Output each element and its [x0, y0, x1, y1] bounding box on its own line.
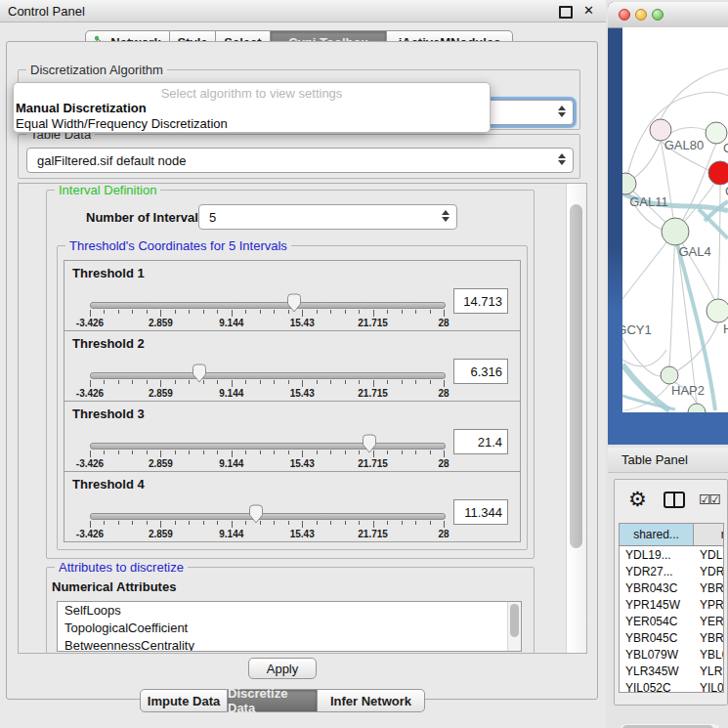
settings-scrollbar-thumb[interactable] — [570, 204, 582, 548]
float-window-icon[interactable] — [559, 6, 573, 19]
list-item-betweennesscentrality[interactable]: BetweennessCentrality — [58, 637, 521, 652]
threshold-value-field[interactable]: 14.713 — [453, 288, 508, 314]
thresholds-group-label: Threshold's Coordinates for 5 Intervals — [65, 238, 291, 253]
table-cell: YIL0 — [694, 681, 724, 694]
split-columns-icon[interactable] — [664, 492, 685, 508]
node-label-g: G — [723, 141, 728, 155]
slider-tick — [415, 380, 416, 384]
table-row[interactable]: YBL079WYBL0 — [620, 646, 723, 663]
slider-tick — [203, 521, 204, 525]
slider-tick — [132, 310, 133, 314]
threshold-value-field[interactable]: 11.344 — [453, 499, 508, 525]
slider-scale-label: -3.426 — [76, 318, 104, 328]
algorithm-dropdown-popup: Select algorithm to view settings Manual… — [13, 82, 491, 133]
close-traffic-light[interactable] — [619, 9, 630, 21]
table-row[interactable]: YDR27...YDR2 — [620, 563, 723, 579]
slider-scale-label: 15.43 — [290, 529, 315, 539]
network-node-h-node[interactable] — [707, 299, 728, 322]
bottom-tab-infer-network[interactable]: Infer Network — [318, 689, 425, 712]
column-header-na[interactable]: na — [694, 524, 724, 545]
table-cell: YDL1 — [694, 548, 724, 562]
slider-tick — [245, 521, 246, 525]
slider-scale-label: 15.43 — [290, 318, 315, 328]
slider-tick — [359, 310, 360, 314]
slider-tick — [217, 310, 218, 314]
slider-tick — [90, 521, 91, 528]
slider-tick — [444, 380, 445, 387]
table-panel-titlebar: Table Panel — [608, 448, 728, 473]
settings-scrollbar[interactable] — [566, 184, 586, 653]
slider-tick — [245, 380, 246, 384]
bottom-tab-bar: Impute DataDiscretize DataInfer Network — [140, 689, 425, 712]
bottom-tab-discretize-data[interactable]: Discretize Data — [228, 689, 318, 712]
slider-thumb[interactable] — [362, 434, 377, 453]
gear-icon[interactable]: ⚙ — [628, 488, 647, 511]
table-row[interactable]: YLR345WYLR3 — [620, 663, 723, 679]
table-row[interactable]: YBR045CYBR0 — [620, 629, 723, 646]
table-panel-toolbar: ⚙ ☑☑ — [615, 480, 727, 521]
slider-thumb[interactable] — [248, 504, 264, 524]
slider-tick — [260, 450, 261, 454]
threshold-value-field[interactable]: 21.4 — [453, 429, 508, 454]
interval-definition-label: Interval Definition — [55, 183, 160, 197]
slider-tick — [302, 521, 303, 528]
slider-tick — [160, 521, 161, 528]
slider-track[interactable] — [90, 372, 446, 379]
network-edge — [676, 322, 718, 371]
slider-tick — [189, 521, 190, 525]
table-data-combobox[interactable]: galFiltered.sif default node — [26, 148, 574, 173]
checkbox-icons[interactable]: ☑☑ — [699, 492, 719, 507]
bottom-tab-label: Discretize Data — [228, 686, 317, 715]
slider-scale-label: 21.715 — [358, 318, 388, 328]
threshold-value-field[interactable]: 6.316 — [453, 359, 508, 384]
network-canvas[interactable]: GAL80GAL11GAL4GCY1HAP2GCH — [622, 27, 728, 412]
network-node-hap2-node[interactable] — [661, 366, 678, 384]
zoom-traffic-light[interactable] — [652, 9, 664, 21]
slider-tick — [330, 380, 331, 384]
table-row[interactable]: YIL052CYIL0 — [620, 679, 723, 693]
numerical-attributes-list[interactable]: SelfLoopsTopologicalCoefficientBetweenne… — [57, 601, 522, 652]
bottom-tab-impute-data[interactable]: Impute Data — [140, 689, 228, 712]
threshold-label: Threshold 1 — [72, 266, 145, 280]
node-table[interactable]: shared...na YDL19...YDL1YDR27...YDR2YBR0… — [619, 523, 724, 693]
slider-thumb[interactable] — [192, 364, 207, 383]
list-scrollbar-thumb[interactable] — [510, 604, 519, 637]
slider-track[interactable] — [90, 513, 446, 520]
table-cell: YLR345W — [620, 664, 694, 678]
slider-scale-label: 15.43 — [290, 458, 315, 469]
table-row[interactable]: YBR043CYBR0 — [620, 579, 723, 596]
slider-tick — [274, 521, 275, 525]
slider-tick — [302, 310, 303, 317]
list-scrollbar[interactable] — [507, 602, 521, 651]
minimize-traffic-light[interactable] — [635, 9, 647, 21]
slider-tick — [203, 310, 204, 314]
node-label-gal4: GAL4 — [678, 244, 710, 259]
attributes-group: Attributes to discretize Numerical Attri… — [46, 567, 535, 654]
apply-button[interactable]: Apply — [248, 658, 317, 679]
table-row[interactable]: YPR145WYPR1 — [620, 596, 723, 613]
list-item-topologicalcoefficient[interactable]: TopologicalCoefficient — [58, 620, 521, 637]
slider-tick — [402, 521, 403, 525]
table-row[interactable]: YER054CYER0 — [620, 613, 723, 629]
num-intervals-combobox[interactable]: 5 — [198, 204, 457, 230]
network-node-edge-node[interactable] — [688, 404, 706, 412]
slider-track[interactable] — [90, 302, 446, 309]
network-node-gal4-node[interactable] — [662, 218, 689, 245]
slider-scale-label: 28 — [438, 529, 449, 539]
table-cell: YBR0 — [694, 631, 724, 645]
slider-tick — [402, 310, 403, 314]
close-icon[interactable]: ✕ — [583, 3, 594, 18]
slider-track[interactable] — [90, 443, 446, 450]
network-node-gal11-node[interactable] — [622, 173, 636, 194]
table-h-scrollbar[interactable] — [621, 724, 719, 728]
dropdown-option-equal-width-frequency-discretization[interactable]: Equal Width/Frequency Discretization — [14, 116, 490, 132]
table-row[interactable]: YDL19...YDL1 — [620, 546, 723, 563]
list-item-selfloops[interactable]: SelfLoops — [58, 602, 521, 620]
slider-tick — [387, 521, 388, 525]
dropdown-option-manual-discretization[interactable]: Manual Discretization — [14, 101, 490, 116]
slider-scale-label: 21.715 — [358, 529, 388, 539]
network-node-selected-red-node[interactable] — [708, 161, 728, 185]
table-cell: YBL0 — [694, 648, 724, 662]
column-header-shared-[interactable]: shared... — [620, 524, 694, 545]
slider-tick — [175, 521, 176, 525]
